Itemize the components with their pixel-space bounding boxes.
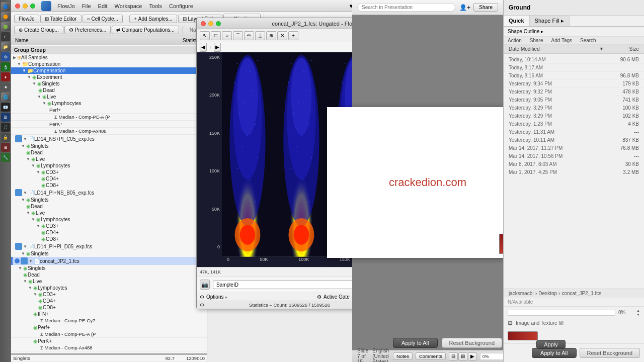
tree-item-lympho-c[interactable]: ▼ ◉ Lymphocytes bbox=[11, 285, 207, 291]
tree-item-compensation-group[interactable]: ▼ 📁 Compensation bbox=[11, 61, 207, 67]
comments-button[interactable]: Comments bbox=[416, 352, 446, 360]
plus-tool-button[interactable]: + bbox=[288, 31, 298, 40]
dock-icon-10[interactable]: 📧 bbox=[1, 103, 10, 112]
tree-item-singlets-c[interactable]: ▼ ◉ Singlets bbox=[11, 265, 207, 272]
tree-item-live-c[interactable]: ▼ ◉ Live bbox=[11, 278, 207, 285]
menu-tools[interactable]: Tools bbox=[149, 3, 162, 9]
dock-icon-2[interactable]: 🟢 bbox=[1, 22, 10, 31]
tree-item-ld14ns[interactable]: ▼ 📄 LD14_NS+PI_C05_exp.fcs bbox=[11, 135, 207, 143]
file-item-9[interactable]: Yesterday, 11:31 AM --- bbox=[504, 128, 644, 136]
reset-background-btn-panel[interactable]: Reset Background bbox=[580, 348, 640, 358]
menu-workspace[interactable]: Workspace bbox=[115, 3, 142, 9]
menu-flowjo[interactable]: FlowJo bbox=[57, 3, 75, 9]
dock-icon-3[interactable]: F bbox=[1, 32, 10, 41]
tree-item-perf-c[interactable]: ◉ Perf+ bbox=[11, 324, 207, 331]
tab-shape-fill[interactable]: Shape Fill ▸ bbox=[530, 16, 570, 26]
tree-item-cd4-2[interactable]: ◉ CD4+ bbox=[11, 175, 207, 182]
ellipse-gate-button[interactable]: ○ bbox=[222, 31, 232, 40]
nav-forward-button[interactable]: ▶ bbox=[214, 43, 221, 52]
plot-maximize-button[interactable] bbox=[216, 21, 221, 26]
search-label[interactable]: Search bbox=[580, 38, 596, 43]
share-button[interactable]: Share bbox=[473, 3, 498, 12]
file-item-1[interactable]: Today, 8:17 AM bbox=[504, 64, 644, 72]
cursor-tool-button[interactable]: ↖ bbox=[200, 31, 210, 40]
menu-configure[interactable]: Configure bbox=[169, 3, 193, 9]
tree-item-singlets-3[interactable]: ▼ ◉ Singlets bbox=[11, 197, 207, 203]
tree-item-ifn-c[interactable]: ◉ IFN+ bbox=[11, 311, 207, 317]
breadcrumb-file[interactable]: concat_JP2_1.fcs bbox=[561, 291, 601, 296]
dock-icon-1[interactable]: 🟠 bbox=[1, 12, 10, 21]
dock-icon-13[interactable]: 🔒 bbox=[1, 133, 10, 142]
maximize-button[interactable] bbox=[30, 4, 35, 9]
tree-item-cd8-2[interactable]: ◉ CD8+ bbox=[11, 182, 207, 189]
file-item-6[interactable]: Yesterday, 3:29 PM 100 KB bbox=[504, 104, 644, 112]
dock-icon-9[interactable]: 🌐 bbox=[1, 93, 10, 102]
add-tags-label[interactable]: Add Tags bbox=[551, 38, 572, 43]
add-samples-button[interactable]: + Add Samples... bbox=[129, 15, 177, 23]
dock-icon-15[interactable]: 🔧 bbox=[1, 153, 10, 162]
tree-item-dead-2[interactable]: ◉ Dead bbox=[11, 149, 207, 156]
nav-back-button[interactable]: ◀ bbox=[200, 43, 207, 52]
poly-gate-button[interactable]: ⌶ bbox=[255, 31, 265, 40]
presentation-search-input[interactable] bbox=[357, 3, 455, 12]
file-item-8[interactable]: Yesterday, 1:23 PM 4 KB bbox=[504, 120, 644, 128]
tree-item-lymphocytes-1[interactable]: ▼ ◉ Lymphocytes bbox=[11, 100, 207, 107]
tree-item-cd8-c[interactable]: ◉ CD8+ bbox=[11, 304, 207, 311]
view-grid-button[interactable]: ⊞ bbox=[458, 352, 467, 360]
share-label[interactable]: Share bbox=[530, 38, 543, 43]
close-button[interactable] bbox=[15, 4, 20, 9]
tree-item-singlets-2[interactable]: ▼ ◉ Singlets bbox=[11, 143, 207, 149]
progress-down-arrow[interactable]: ▼ bbox=[636, 313, 640, 316]
tree-item-all-samples[interactable]: ▶ ⊞ All Samples bbox=[11, 54, 207, 61]
file-item-4[interactable]: Yesterday, 9:32 PM 478 KB bbox=[504, 88, 644, 96]
file-item-10[interactable]: Yesterday, 10:11 AM 837 KB bbox=[504, 136, 644, 144]
tree-item-live-1[interactable]: ▼ ◉ Live bbox=[11, 94, 207, 100]
plot-minimize-button[interactable] bbox=[208, 21, 213, 26]
new-workspace-button[interactable]: FlowJo bbox=[14, 15, 39, 23]
tree-item-lympho-3[interactable]: ▼ ◉ Lymphocytes bbox=[11, 216, 207, 223]
tree-item-compensation[interactable]: ▼ 📁 Compensation bbox=[11, 67, 207, 74]
tree-item-cd3-3[interactable]: ▼ ◉ CD3+ bbox=[11, 223, 207, 229]
file-list[interactable]: Today, 10:14 AM 90.6 MB Today, 8:17 AM T… bbox=[504, 54, 644, 289]
apply-to-all-button[interactable]: Apply to All bbox=[393, 338, 437, 348]
dock-icon-11[interactable]: 🗓 bbox=[1, 113, 10, 122]
breadcrumb-root[interactable]: jacksmacb: bbox=[509, 291, 534, 296]
dock-icon-14[interactable]: 🖥 bbox=[1, 143, 10, 152]
breadcrumb-desktop[interactable]: Desktop bbox=[538, 291, 557, 296]
action-label[interactable]: Action bbox=[508, 38, 522, 43]
file-item-0[interactable]: Today, 10:14 AM 90.6 MB bbox=[504, 56, 644, 64]
view-single-button[interactable]: ⊟ bbox=[449, 352, 458, 360]
view-present-button[interactable]: ▶ bbox=[468, 352, 477, 360]
reset-background-button[interactable]: Reset Background bbox=[442, 338, 503, 348]
band-gate-button[interactable]: ✕ bbox=[277, 31, 287, 40]
file-item-5[interactable]: Yesterday, 9:05 PM 741 KB bbox=[504, 96, 644, 104]
file-item-11[interactable]: Mar 14, 2017, 11:27 PM 76.8 MB bbox=[504, 144, 644, 152]
cell-cycle-button[interactable]: ○ Cell Cycle... bbox=[83, 15, 123, 23]
file-item-3[interactable]: Yesterday, 9:34 PM 179 KB bbox=[504, 80, 644, 88]
tree-content[interactable]: Group Group ▶ ⊞ All Samples ▼ 📁 Compensa… bbox=[11, 45, 207, 362]
rect-gate-button[interactable]: □ bbox=[211, 31, 221, 40]
tree-item-singlets-1[interactable]: ▼ ◉ Singlets bbox=[11, 80, 207, 87]
dock-icon-4[interactable]: 📁 bbox=[1, 42, 10, 51]
plot-camera-button[interactable]: 📷 bbox=[200, 280, 210, 290]
menu-file[interactable]: File bbox=[82, 3, 91, 9]
tree-item-concat-jp2[interactable]: ▼ 📄 concat_JP2_1.fcs bbox=[11, 257, 207, 265]
tree-item-cd3-c[interactable]: ▼ ◉ CD3+ bbox=[11, 291, 207, 298]
file-item-14[interactable]: Mar 1, 2017, 4:25 PM 3.2 MB bbox=[504, 168, 644, 176]
options-item[interactable]: ⚙ Options ▸ bbox=[200, 294, 317, 300]
plot-close-button[interactable] bbox=[201, 21, 206, 26]
tree-item-cd4-3[interactable]: ◉ CD4+ bbox=[11, 229, 207, 236]
create-group-button[interactable]: ⊕ Create Group... bbox=[14, 26, 63, 34]
tree-item-dead-3[interactable]: ◉ Dead bbox=[11, 203, 207, 210]
tree-item-dead-1[interactable]: ◉ Dead bbox=[11, 87, 207, 94]
tree-item-cd3-2[interactable]: ▼ ◉ CD3+ bbox=[11, 169, 207, 175]
dock-icon-7[interactable]: ♦ bbox=[1, 72, 10, 81]
menu-edit[interactable]: Edit bbox=[98, 3, 108, 9]
tree-item-experiment[interactable]: ▼ ◉ Experiment bbox=[11, 74, 207, 80]
tree-item-cd4-c[interactable]: ◉ CD4+ bbox=[11, 298, 207, 304]
file-item-12[interactable]: Mar 14, 2017, 10:56 PM --- bbox=[504, 152, 644, 160]
tree-item-ld14pipi[interactable]: ▼ 📄 LD14_PI+PI_D05_exp.fcs bbox=[11, 242, 207, 250]
preferences-button[interactable]: ⚙ Preferences... bbox=[64, 26, 111, 34]
dock-icon-8[interactable]: ★ bbox=[1, 82, 10, 92]
progress-up-arrow[interactable]: ▲ bbox=[636, 309, 640, 312]
